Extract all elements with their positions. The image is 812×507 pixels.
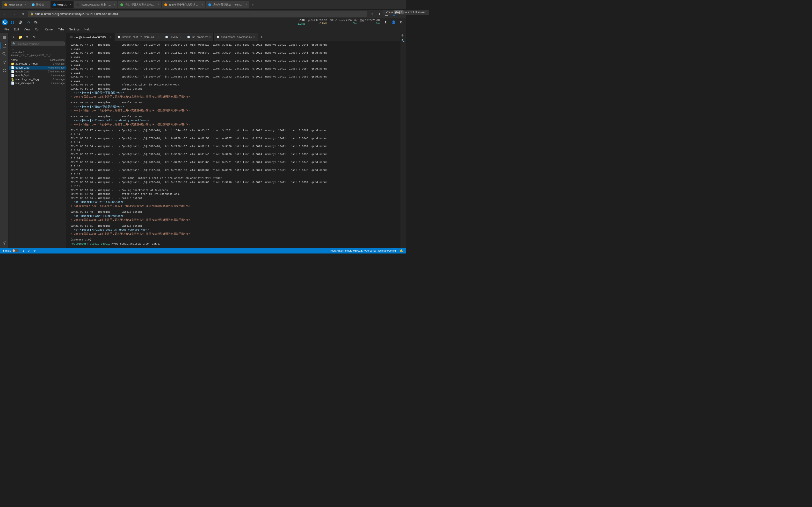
activity-extensions[interactable] bbox=[0, 67, 8, 74]
svg-rect-2 bbox=[11, 21, 12, 22]
file-label-1: epoch_1.pth bbox=[15, 66, 42, 69]
activity-git[interactable] bbox=[0, 58, 8, 66]
tree-item-5[interactable]: 📄last_checkpoint1 minute ago bbox=[9, 81, 66, 85]
panel-icon-2[interactable]: 🔧 bbox=[401, 39, 406, 44]
add-tab-button[interactable]: + bbox=[258, 33, 265, 41]
menu-item-view[interactable]: View bbox=[21, 27, 33, 32]
file-path-line1: / ... bbox=[9, 47, 66, 51]
tab-close-exam[interactable]: × bbox=[202, 3, 203, 6]
tree-item-0[interactable]: 📁20240221_0740081 hour ago bbox=[9, 62, 66, 66]
reload-button[interactable]: ↻ bbox=[19, 11, 26, 17]
editor-tab-gradio[interactable]: 📄run_gradio.py× bbox=[184, 33, 214, 41]
refresh-button[interactable]: ↻ bbox=[31, 34, 37, 40]
editor-tab-label-llm: LLM.py bbox=[169, 36, 178, 38]
file-tree-header: Name Last Modified bbox=[9, 58, 66, 62]
tree-item-1[interactable]: 📄epoch_1.pth46 minutes ago bbox=[9, 66, 66, 69]
vscode-icon[interactable] bbox=[10, 19, 15, 25]
git-icon[interactable] bbox=[17, 19, 23, 25]
cpu-stat: CPU 2.98% bbox=[298, 19, 305, 25]
svg-point-11 bbox=[34, 21, 37, 24]
browser-tab-register[interactable]: 结营学员登记表 · Feishu Di...× bbox=[206, 1, 249, 8]
gpu-stat: GPU-1: Nvidia A100(1/4) 0% bbox=[330, 19, 356, 25]
download-icon[interactable]: ⬇ bbox=[376, 11, 382, 17]
upload-icon[interactable]: ⬆ bbox=[383, 19, 389, 25]
file-icon-4: 🐍 bbox=[11, 77, 14, 81]
menu-item-file[interactable]: File bbox=[2, 27, 11, 32]
editor-tab-chat[interactable]: 📄internlm_chat_7b_qlora_oa...× bbox=[114, 33, 162, 41]
editor-tab-close-gradio[interactable]: × bbox=[209, 36, 211, 38]
status-right: root@intern-studio-060913: ~/personal_as… bbox=[329, 249, 404, 252]
editor-tab-close-terminal1[interactable]: × bbox=[110, 36, 111, 38]
editor-tab-download[interactable]: 📄huggingface_download.py× bbox=[214, 33, 258, 41]
editor-tab-close-chat[interactable]: × bbox=[158, 36, 159, 38]
browser-tab-webide[interactable]: WebIDE× bbox=[51, 1, 74, 8]
profile-stat-icon[interactable]: 👤 bbox=[391, 19, 396, 25]
menu-item-tabs[interactable]: Tabs bbox=[56, 27, 67, 32]
browser-tab-stone-cloud[interactable]: stone-cloud× bbox=[2, 1, 29, 8]
activity-search[interactable] bbox=[0, 50, 8, 58]
status-spaces[interactable]: 0 bbox=[27, 249, 31, 252]
svg-text:S: S bbox=[4, 21, 5, 23]
file-modified-1: 46 minutes ago bbox=[43, 66, 64, 69]
file-modified-5: 1 minute ago bbox=[43, 82, 64, 84]
browser-tab-developer[interactable]: 开发机× bbox=[29, 1, 50, 8]
editor-tab-llm[interactable]: 📄LLM.py× bbox=[162, 33, 184, 41]
status-bell[interactable]: 🔔 bbox=[399, 249, 404, 252]
python-icon[interactable]: Py bbox=[25, 19, 31, 25]
new-file-button[interactable]: + bbox=[11, 34, 16, 40]
menu-item-edit[interactable]: Edit bbox=[11, 27, 21, 32]
menu-item-help[interactable]: Help bbox=[82, 27, 93, 32]
back-button[interactable]: ← bbox=[2, 11, 9, 17]
account-icon[interactable]: ⚙ bbox=[398, 19, 404, 25]
activity-files[interactable] bbox=[0, 42, 8, 50]
status-host: root@intern-studio-060913: ~/personal_as… bbox=[329, 249, 397, 252]
svg-rect-22 bbox=[3, 69, 4, 70]
simple-toggle[interactable]: Simple bbox=[2, 249, 20, 252]
browser-tab-exam[interactable]: 春节卷王专场信息登记 · Fe...× bbox=[162, 1, 205, 8]
bookmark-icon[interactable]: ☆ bbox=[369, 11, 375, 17]
menu-item-run[interactable]: Run bbox=[33, 27, 43, 32]
terminal-line-17: <|Bot|>:我是tiger li的小助手，是基于上海AI实验室书生·浦语7B… bbox=[70, 109, 396, 113]
tab-close-developer[interactable]: × bbox=[46, 3, 48, 6]
tab-close-register[interactable]: × bbox=[246, 3, 247, 6]
browser-tab-github[interactable]: InternLM/tutorial 作业 · Dis...× bbox=[74, 1, 117, 8]
tree-item-4[interactable]: 🐍internlm_chat_7b_qlora...1 hour ago bbox=[9, 77, 66, 81]
editor-tab-close-download[interactable]: × bbox=[253, 36, 255, 38]
search-input[interactable] bbox=[17, 43, 63, 45]
settings-icon[interactable] bbox=[33, 19, 39, 25]
tab-label-github: InternLM/tutorial 作业 · Dis... bbox=[81, 3, 111, 6]
address-bar[interactable]: 🔒 studio.intern-ai.org.cn/console/trinit… bbox=[28, 11, 367, 17]
new-browser-tab-button[interactable]: + bbox=[250, 2, 256, 8]
terminal-line-25: 02/21 08:51:01 - mmengine - - Epoch(trai… bbox=[70, 136, 396, 140]
terminal-line-49: <s> <|User|>:Please tell us about yourse… bbox=[70, 228, 396, 232]
svg-point-17 bbox=[3, 61, 4, 62]
file-modified-3: 1 minute ago bbox=[43, 74, 64, 77]
tab-close-webide[interactable]: × bbox=[69, 3, 71, 6]
status-encoding[interactable]: ⚙ bbox=[33, 249, 37, 252]
svg-rect-13 bbox=[3, 37, 6, 38]
terminal-content[interactable]: 02/21 08:47:34 - mmengine - - Epoch(trai… bbox=[67, 41, 400, 248]
status-line-col[interactable]: 1 bbox=[22, 249, 25, 252]
file-modified-2: 23 minutes ago bbox=[43, 70, 64, 73]
activity-settings[interactable] bbox=[0, 239, 8, 247]
browser-tab-book[interactable]: 书生·浦语大模型实战营Q&A...× bbox=[118, 1, 161, 8]
editor-tab-close-llm[interactable]: × bbox=[180, 36, 181, 38]
col-name-header[interactable]: Name bbox=[11, 58, 39, 61]
terminal-line-3: 0.0119 bbox=[70, 55, 396, 59]
menu-item-settings[interactable]: Settings bbox=[67, 27, 82, 32]
editor-tab-terminal1[interactable]: ⬛root@intern-studio-060913:...× bbox=[67, 33, 114, 41]
new-folder-button[interactable]: 📁 bbox=[17, 34, 23, 40]
tab-favicon-book bbox=[120, 3, 123, 6]
tree-item-2[interactable]: 📄epoch_2.pth23 minutes ago bbox=[9, 69, 66, 73]
forward-button[interactable]: → bbox=[11, 11, 17, 17]
tab-close-book[interactable]: × bbox=[158, 3, 159, 6]
tab-close-github[interactable]: × bbox=[114, 3, 115, 6]
tab-close-stone-cloud[interactable]: × bbox=[25, 3, 27, 6]
upload-button[interactable]: ⬆ bbox=[24, 34, 30, 40]
stats-bar: S Py CPU 2.98% 内存 0.44 / 56 GB 0.79% GPU… bbox=[0, 18, 406, 26]
menu-item-kernel[interactable]: Kernel bbox=[43, 27, 56, 32]
panel-icon-1[interactable]: ⚙ bbox=[401, 34, 406, 38]
activity-explorer[interactable] bbox=[0, 34, 8, 42]
url-text: studio.intern-ai.org.cn/console/trinity/… bbox=[35, 12, 118, 16]
tree-item-3[interactable]: 📄epoch_3.pth1 minute ago bbox=[9, 73, 66, 77]
